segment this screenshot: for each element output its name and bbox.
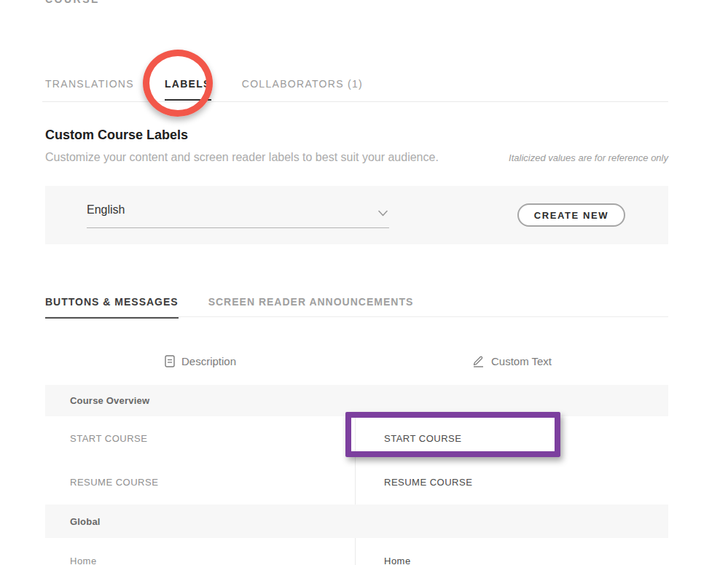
table-row: RESUME COURSE RESUME COURSE	[45, 460, 668, 504]
tab-translations[interactable]: TRANSLATIONS	[45, 78, 134, 101]
document-icon	[165, 355, 175, 367]
table-row: Home Home	[45, 538, 668, 565]
sub-tabs: BUTTONS & MESSAGES SCREEN READER ANNOUNC…	[45, 296, 413, 319]
course-settings-page: COURSE TRANSLATIONS LABELS COLLABORATORS…	[0, 0, 728, 565]
chevron-down-icon	[378, 210, 388, 217]
table-section-row: Global	[45, 504, 668, 538]
course-eyebrow-label: COURSE	[45, 0, 100, 5]
custom-text-field[interactable]: Home	[356, 538, 668, 565]
main-tabs: TRANSLATIONS LABELS COLLABORATORS (1)	[45, 78, 363, 101]
description-cell: RESUME COURSE	[45, 460, 356, 504]
labels-table: Course Overview START COURSE START COURS…	[45, 385, 668, 565]
tab-collaborators[interactable]: COLLABORATORS (1)	[242, 78, 363, 101]
subtab-buttons-messages[interactable]: BUTTONS & MESSAGES	[45, 296, 179, 319]
page-subtitle: Customize your content and screen reader…	[45, 151, 439, 164]
subtitle-row: Customize your content and screen reader…	[45, 151, 668, 164]
column-header-custom-text: Custom Text	[356, 355, 668, 367]
subtab-screen-reader[interactable]: SCREEN READER ANNOUNCEMENTS	[208, 296, 414, 319]
custom-text-field[interactable]: START COURSE	[356, 416, 668, 460]
tabs-divider	[42, 101, 668, 102]
language-dropdown-value: English	[87, 201, 389, 217]
description-cell: START COURSE	[45, 416, 356, 460]
language-dropdown[interactable]: English	[87, 201, 389, 228]
column-header-custom-text-label: Custom Text	[491, 355, 552, 367]
table-row: START COURSE START COURSE	[45, 416, 668, 460]
language-panel: English CREATE NEW	[45, 186, 668, 244]
labels-table-header: Description Custom Text	[45, 355, 668, 367]
create-new-button[interactable]: CREATE NEW	[517, 203, 625, 227]
section-row-label: Global	[70, 516, 101, 527]
tab-labels[interactable]: LABELS	[165, 78, 211, 101]
column-header-description-label: Description	[181, 355, 236, 367]
column-header-description: Description	[45, 355, 356, 367]
section-row-label: Course Overview	[70, 395, 149, 406]
reference-note: Italicized values are for reference only	[509, 152, 668, 164]
custom-text-field[interactable]: RESUME COURSE	[356, 460, 668, 504]
pencil-icon	[472, 355, 485, 367]
page-title: Custom Course Labels	[45, 128, 188, 143]
table-section-row: Course Overview	[45, 385, 668, 416]
description-cell: Home	[45, 538, 356, 565]
